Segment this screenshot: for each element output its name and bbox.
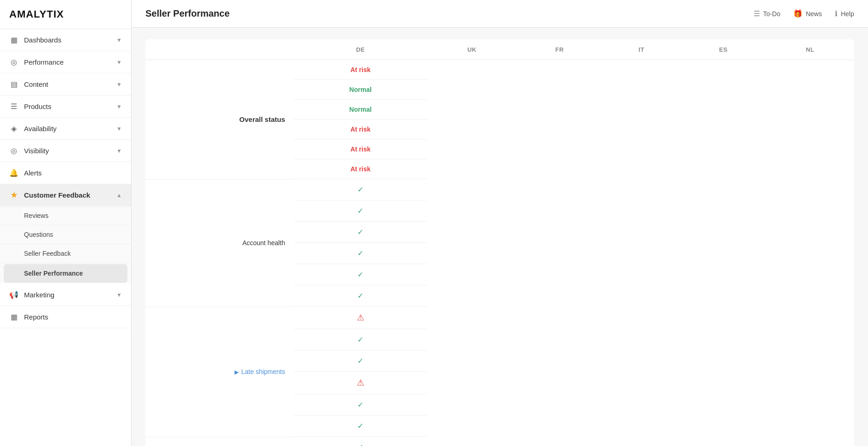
nav-item-left-marketing: 📢 Marketing [9,290,54,299]
nav-label-content: Content [24,80,48,88]
sidebar-item-alerts[interactable]: 🔔 Alerts [0,162,131,184]
sidebar-item-marketing[interactable]: 📢 Marketing ▼ [0,284,131,306]
sidebar-item-products[interactable]: ☰ Products ▼ [0,96,131,118]
nav-icon-alerts: 🔔 [9,169,18,177]
table-row: Overall statusAt riskNormalNormalAt risk… [146,60,854,180]
nav-label-availability: Availability [24,125,57,133]
todo-action[interactable]: ☰ To-Do [753,9,780,18]
page-title: Seller Performance [145,8,229,19]
nav-icon-availability: ◈ [9,124,18,133]
status-badge: At risk [350,145,371,153]
check-icon: ✓ [357,291,363,300]
chevron-icon-dashboards: ▼ [116,37,122,43]
nav-item-left: ☰ Products [9,102,51,111]
col-header-FR: FR [516,40,603,60]
nav-item-left-reports: ▦ Reports [9,313,48,321]
table-row: ▶Invoice defects✓✓✓✓✓✓ [146,437,854,446]
sub-item-questions[interactable]: Questions [0,225,131,244]
sub-item-reviews[interactable]: Reviews [0,206,131,225]
table-row: Account health✓✓✓✓✓✓ [146,179,854,307]
news-action[interactable]: 🎁 News [793,9,822,18]
cell-overall-status-1: Normal [294,80,428,100]
nav-icon-visibility: ◎ [9,146,18,155]
cell-overall-status-4: At risk [294,139,428,159]
sidebar-item-customer-feedback[interactable]: ★ Customer Feedback ▲ [0,184,131,206]
nav-item-left: ▤ Content [9,80,48,89]
nav-label-alerts: Alerts [24,169,42,177]
nav-label-reports: Reports [24,313,48,321]
row-link-late-shipments[interactable]: Late shipments [241,368,285,375]
table-row: ▶Late shipments⚠✓✓⚠✓✓ [146,307,854,437]
sidebar-item-availability[interactable]: ◈ Availability ▼ [0,118,131,140]
nav-label-marketing: Marketing [24,291,54,299]
row-label-late-shipments: ▶Late shipments [146,307,294,437]
sidebar-item-performance[interactable]: ◎ Performance ▼ [0,51,131,73]
cell-account-health-4: ✓ [294,264,428,285]
nav-item-left: ◈ Availability [9,124,57,133]
sidebar-item-content[interactable]: ▤ Content ▼ [0,73,131,96]
nav-label-customer-feedback: Customer Feedback [24,191,90,199]
row-label-account-health: Account health [146,179,294,307]
nav-label-performance: Performance [24,58,64,66]
logo-area: AMALYTIX [0,0,131,29]
status-badge: At risk [350,126,371,133]
check-icon: ✓ [357,185,363,194]
sidebar-item-reports[interactable]: ▦ Reports [0,306,131,328]
col-header-UK: UK [428,40,516,60]
help-icon: ℹ [835,9,838,18]
col-header-label [146,40,294,60]
nav-item-left: ▦ Dashboards [9,36,61,44]
cell-account-health-0: ✓ [294,179,428,200]
sub-item-seller-performance[interactable]: Seller Performance [4,264,127,283]
row-label-overall-status: Overall status [146,60,294,180]
col-header-ES: ES [680,40,766,60]
col-header-IT: IT [603,40,680,60]
nav-icon-products: ☰ [9,102,18,111]
cell-overall-status-2: Normal [294,100,428,120]
sidebar-item-visibility[interactable]: ◎ Visibility ▼ [0,140,131,162]
chevron-icon-customer-feedback: ▲ [116,192,122,199]
nav-icon-performance: ◎ [9,58,18,66]
sub-items-customer-feedback: ReviewsQuestionsSeller FeedbackSeller Pe… [0,206,131,283]
status-badge: Normal [350,86,372,93]
main-content: Seller Performance ☰ To-Do 🎁 News ℹ Help… [132,0,868,446]
nav-icon-dashboards: ▦ [9,36,18,44]
status-badge: Normal [350,106,372,113]
sidebar: AMALYTIX ▦ Dashboards ▼ ◎ Performance ▼ … [0,0,132,446]
help-action[interactable]: ℹ Help [835,9,854,18]
nav-label-products: Products [24,102,51,110]
cell-late-shipments-5: ✓ [294,416,428,437]
help-label: Help [841,10,854,18]
table-head: DEUKFRITESNL [146,40,854,60]
nav-item-left: ◎ Performance [9,58,64,66]
cell-account-health-2: ✓ [294,222,428,243]
nav-item-left: ◎ Visibility [9,146,49,155]
row-label-invoice-defects: ▶Invoice defects [146,437,294,446]
cell-late-shipments-2: ✓ [294,350,428,372]
chevron-icon-availability: ▼ [116,126,122,132]
check-icon: ✓ [357,443,363,446]
sub-item-seller-feedback[interactable]: Seller Feedback [0,244,131,263]
nav-container: ▦ Dashboards ▼ ◎ Performance ▼ ▤ Content… [0,29,131,328]
sidebar-item-dashboards[interactable]: ▦ Dashboards ▼ [0,29,131,51]
cell-late-shipments-3: ⚠ [294,372,428,394]
cell-late-shipments-4: ✓ [294,394,428,416]
nav-icon-content: ▤ [9,80,18,89]
warning-red-icon: ⚠ [357,313,364,323]
nav-icon-reports: ▦ [9,313,18,321]
check-icon: ✓ [357,356,363,365]
expand-icon-late-shipments[interactable]: ▶ [235,369,239,375]
cell-overall-status-5: At risk [294,159,428,179]
nav-label-dashboards: Dashboards [24,36,61,44]
todo-label: To-Do [763,10,780,18]
chevron-icon-performance: ▼ [116,59,122,66]
col-header-DE: DE [294,40,428,60]
chevron-icon-visibility: ▼ [116,148,122,154]
check-icon: ✓ [357,422,363,430]
nav-icon-marketing: 📢 [9,290,18,299]
header-actions: ☰ To-Do 🎁 News ℹ Help [753,9,854,18]
cell-overall-status-0: At risk [294,60,428,80]
cell-late-shipments-0: ⚠ [294,307,428,329]
chevron-icon-marketing: ▼ [116,292,122,298]
performance-table: DEUKFRITESNL Overall statusAt riskNormal… [145,39,854,446]
